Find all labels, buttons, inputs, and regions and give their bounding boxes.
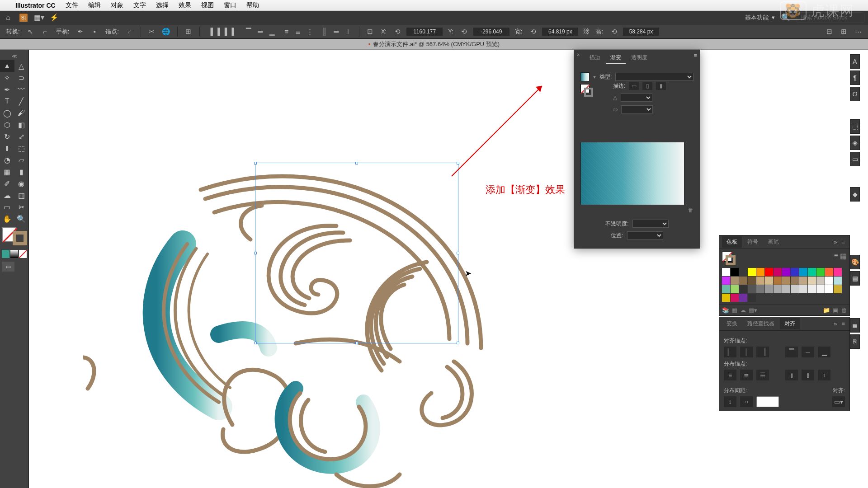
handle-icon-1[interactable]: ✒ xyxy=(75,26,85,37)
menu-view[interactable]: 视图 xyxy=(201,1,214,9)
swatch-none[interactable] xyxy=(19,250,27,258)
isolate-icon[interactable]: ⊟ xyxy=(824,26,835,37)
tab-align[interactable]: 对齐 xyxy=(780,318,800,329)
align-top-btn[interactable]: ▔ xyxy=(785,347,798,357)
screen-mode[interactable]: ▭ xyxy=(2,262,14,272)
convert-anchor-icon[interactable]: ↖ xyxy=(25,26,36,37)
swatch-lib-icon[interactable]: 📚 xyxy=(722,307,729,314)
swatch-color[interactable] xyxy=(722,294,730,302)
swatches-fillstroke[interactable] xyxy=(722,252,736,265)
fill-stroke-indicator[interactable] xyxy=(2,227,27,245)
dist-h-icon[interactable]: ║ xyxy=(319,26,330,37)
dist-sp-v-btn[interactable]: ↕ xyxy=(724,396,736,407)
swatch-color[interactable] xyxy=(816,268,825,276)
app-name[interactable]: Illustrator CC xyxy=(15,2,56,9)
w-field[interactable] xyxy=(542,28,578,36)
tab-transform[interactable]: 变换 xyxy=(722,318,742,329)
align-top-icon[interactable]: ▔ xyxy=(243,26,254,37)
gradient-opacity-select[interactable] xyxy=(632,220,669,228)
swatch-color[interactable] xyxy=(722,268,730,276)
dock-paragraph-icon[interactable]: ¶ xyxy=(850,70,860,85)
eraser-tool[interactable]: ◧ xyxy=(14,119,29,131)
swatch-delete-icon[interactable]: 🗑 xyxy=(841,307,847,314)
dist-vcenter-btn[interactable]: ≣ xyxy=(740,370,753,380)
gradient-stroke-indicator[interactable] xyxy=(584,88,593,97)
dist-hcenter-btn[interactable]: ⫿ xyxy=(802,370,814,380)
h-link-icon[interactable]: ⟲ xyxy=(609,26,619,37)
swatch-color[interactable] xyxy=(756,277,764,285)
x-link-icon[interactable]: ⟲ xyxy=(392,26,403,37)
edit-icon[interactable]: ⊞ xyxy=(838,26,849,37)
free-transform-tool[interactable]: ⬚ xyxy=(14,142,29,154)
dock-artboard-icon[interactable]: ▭ xyxy=(850,152,860,166)
tab-stroke[interactable]: 描边 xyxy=(585,52,605,64)
panel-menu-icon[interactable]: ≡ xyxy=(693,52,697,59)
swatch-color[interactable] xyxy=(739,268,747,276)
dock-asset-icon[interactable]: ◈ xyxy=(850,136,860,150)
align-right-btn[interactable]: ▕ xyxy=(756,347,769,357)
blend-tool[interactable]: ◉ xyxy=(14,178,29,189)
swatch-color[interactable] xyxy=(756,285,764,293)
dock-links-icon[interactable]: ⎘ xyxy=(850,334,860,349)
tab-swatches[interactable]: 色板 xyxy=(722,236,742,248)
link-wh-icon[interactable]: ⛓ xyxy=(582,28,590,36)
align-collapse-icon[interactable]: » xyxy=(832,320,839,327)
shape-builder-tool[interactable]: ◔ xyxy=(0,154,14,166)
dock-opentype-icon[interactable]: O xyxy=(850,87,860,101)
shaper-tool[interactable]: ⬡ xyxy=(0,119,14,131)
w-link-icon[interactable]: ⟲ xyxy=(528,26,538,37)
search-icon[interactable]: 🔍 xyxy=(781,13,790,22)
workspace-switcher[interactable]: 基本功能 ▾ xyxy=(745,14,775,22)
panel-close-icon[interactable]: × xyxy=(577,52,580,57)
swatch-color[interactable] xyxy=(816,277,825,285)
align-hcenter-btn[interactable]: │ xyxy=(740,347,753,357)
swatch-view-grid-icon[interactable]: ▦ xyxy=(840,252,847,260)
align-hcenter-icon[interactable]: ▌▐ xyxy=(217,26,228,37)
hand-tool[interactable]: ✋ xyxy=(0,213,14,225)
swatches-menu-icon[interactable]: ≡ xyxy=(840,239,847,245)
align-vcenter-btn[interactable]: ─ xyxy=(802,347,814,357)
menu-window[interactable]: 窗口 xyxy=(224,1,236,9)
zoom-tool[interactable]: 🔍 xyxy=(14,213,29,225)
swatch-color[interactable] xyxy=(731,294,739,302)
dist-sp-icon[interactable]: ⫴ xyxy=(343,26,354,37)
dock-unknown1-icon[interactable]: ◆ xyxy=(850,187,860,202)
curvature-tool[interactable]: 〰 xyxy=(14,84,29,95)
gpu-icon[interactable]: ⚡ xyxy=(50,13,59,22)
swatch-color[interactable] xyxy=(731,268,739,276)
swatch-color[interactable] xyxy=(722,285,730,293)
y-field[interactable] xyxy=(473,28,509,36)
symbol-tool[interactable]: ☁ xyxy=(0,189,14,201)
swatch-color[interactable] xyxy=(834,277,842,285)
rotate-tool[interactable]: ↻ xyxy=(0,131,14,142)
swatch-grad[interactable] xyxy=(10,250,18,258)
menu-select[interactable]: 选择 xyxy=(156,1,169,9)
align-panel[interactable]: 变换 路径查找器 对齐 » ≡ 对齐锚点: ▏ │ ▕ ▔ ─ xyxy=(719,317,850,411)
dock-layers-icon[interactable]: ≣ xyxy=(850,318,860,333)
dist-1-icon[interactable]: ≡ xyxy=(281,26,292,37)
more-icon[interactable]: ⋯ xyxy=(853,26,863,37)
swatch-view-list-icon[interactable]: ≡ xyxy=(834,252,838,260)
swatch-color[interactable] xyxy=(799,277,807,285)
dock-properties-icon[interactable]: A xyxy=(850,54,860,69)
tab-pathfinder[interactable]: 路径查找器 xyxy=(743,318,779,329)
gradient-panel[interactable]: × ≡ 描边 渐变 透明度 ▾ 类型: 描边: xyxy=(574,50,700,249)
dist-right-btn[interactable]: ⫾ xyxy=(818,370,830,380)
gradient-thumbnail[interactable] xyxy=(580,72,590,81)
menu-help[interactable]: 帮助 xyxy=(246,1,259,9)
y-link-icon[interactable]: ⟲ xyxy=(459,26,470,37)
dock-libraries-icon[interactable]: ⬚ xyxy=(850,119,860,134)
dist-spacing-field[interactable] xyxy=(756,396,779,407)
swatch-color[interactable] xyxy=(739,285,747,293)
slice-tool[interactable]: ✂ xyxy=(14,201,29,213)
scale-tool[interactable]: ⤢ xyxy=(14,131,29,142)
swatch-color[interactable] xyxy=(748,277,756,285)
swatch-color[interactable] xyxy=(782,285,790,293)
selection-bounding-box[interactable] xyxy=(255,163,458,343)
swatch-color[interactable] xyxy=(825,268,833,276)
swatch-color[interactable] xyxy=(825,285,833,293)
dock-colorguide-icon[interactable]: ▤ xyxy=(850,271,860,286)
menu-file[interactable]: 文件 xyxy=(66,1,78,9)
swatches-panel[interactable]: 色板 符号 画笔 » ≡ ≡ ▦ xyxy=(719,235,850,316)
align-menu-icon[interactable]: ≡ xyxy=(840,320,847,327)
